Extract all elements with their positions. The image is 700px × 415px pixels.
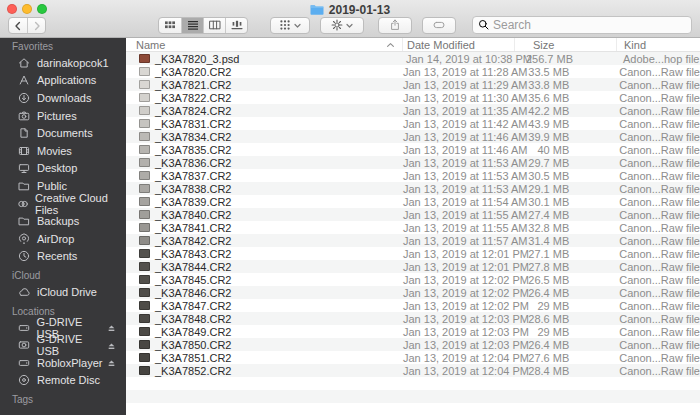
column-header-size[interactable]: Size (514, 38, 616, 51)
sidebar-item-desktop[interactable]: Desktop (0, 160, 126, 178)
file-row[interactable]: _K3A7834.CR2 Jan 13, 2019 at 11:46 AM 39… (126, 130, 700, 143)
drive-icon (17, 322, 31, 334)
home-icon (17, 57, 31, 69)
file-thumbnail-icon (139, 223, 150, 232)
file-row[interactable]: _K3A7849.CR2 Jan 13, 2019 at 12:03 PM 29… (126, 325, 700, 338)
column-view-button[interactable] (203, 18, 225, 33)
coverflow-view-button[interactable] (225, 18, 247, 33)
eject-button[interactable] (106, 322, 117, 333)
file-list-panel: Name Date Modified Size Kind _K3A7820_3.… (126, 38, 700, 415)
file-rows: _K3A7820_3.psd Jan 14, 2019 at 10:38 PM … (126, 52, 700, 415)
group-button[interactable] (270, 17, 310, 34)
eject-button[interactable] (106, 340, 117, 351)
column-header-date-modified[interactable]: Date Modified (402, 38, 514, 51)
file-row[interactable]: _K3A7821.CR2 Jan 13, 2019 at 11:29 AM 33… (126, 78, 700, 91)
file-thumbnail-icon (139, 275, 150, 284)
sidebar-item-applications[interactable]: Applications (0, 72, 126, 90)
sidebar-item-icloud-drive[interactable]: iCloud Drive (0, 283, 126, 301)
file-row[interactable]: _K3A7835.CR2 Jan 13, 2019 at 11:46 AM 40… (126, 143, 700, 156)
column-header-kind[interactable]: Kind (616, 38, 700, 51)
file-row[interactable]: _K3A7844.CR2 Jan 13, 2019 at 12:01 PM 27… (126, 260, 700, 273)
file-row[interactable]: _K3A7837.CR2 Jan 13, 2019 at 11:53 AM 30… (126, 169, 700, 182)
file-row[interactable]: _K3A7846.CR2 Jan 13, 2019 at 12:02 PM 26… (126, 286, 700, 299)
sidebar-item-downloads[interactable]: Downloads (0, 89, 126, 107)
view-mode-switcher (158, 17, 248, 34)
file-row[interactable]: _K3A7841.CR2 Jan 13, 2019 at 11:55 AM 32… (126, 221, 700, 234)
file-row[interactable]: _K3A7836.CR2 Jan 13, 2019 at 11:53 AM 29… (126, 156, 700, 169)
gear-icon (331, 17, 343, 35)
chevron-down-icon (294, 23, 301, 29)
file-thumbnail-icon (139, 236, 150, 245)
list-view-button[interactable] (181, 18, 203, 33)
file-row[interactable]: _K3A7820.CR2 Jan 13, 2019 at 11:28 AM 33… (126, 65, 700, 78)
action-menu-button[interactable] (320, 17, 364, 34)
search-field (472, 16, 692, 34)
icon-view-button[interactable] (159, 18, 181, 33)
sidebar-item-movies[interactable]: Movies (0, 142, 126, 160)
window-title-area: 2019-01-13 (120, 2, 580, 17)
file-row[interactable]: _K3A7851.CR2 Jan 13, 2019 at 12:04 PM 27… (126, 351, 700, 364)
file-row[interactable]: _K3A7845.CR2 Jan 13, 2019 at 12:02 PM 26… (126, 273, 700, 286)
file-thumbnail-icon (139, 210, 150, 219)
file-thumbnail-icon (139, 249, 150, 258)
airdrop-icon (17, 233, 31, 245)
file-row[interactable]: _K3A7822.CR2 Jan 13, 2019 at 11:30 AM 35… (126, 91, 700, 104)
tag-icon (433, 17, 445, 35)
sort-ascending-icon (386, 41, 395, 49)
file-row[interactable]: _K3A7850.CR2 Jan 13, 2019 at 12:03 PM 26… (126, 338, 700, 351)
file-thumbnail-icon (139, 54, 150, 63)
sidebar-item-darinakopcok1[interactable]: darinakopcok1 (0, 54, 126, 72)
file-thumbnail-icon (139, 158, 150, 167)
file-thumbnail-icon (139, 132, 150, 141)
minimize-button[interactable] (22, 4, 32, 14)
sidebar-item-documents[interactable]: Documents (0, 124, 126, 142)
file-thumbnail-icon (139, 327, 150, 336)
file-row[interactable]: _K3A7842.CR2 Jan 13, 2019 at 11:57 AM 31… (126, 234, 700, 247)
file-thumbnail-icon (139, 366, 150, 375)
file-row[interactable]: _K3A7831.CR2 Jan 13, 2019 at 11:42 AM 43… (126, 117, 700, 130)
eject-button[interactable] (106, 357, 117, 368)
sidebar-item-g-drive-usb[interactable]: G-DRIVE USB (0, 336, 126, 354)
close-button[interactable] (7, 4, 17, 14)
sidebar-item-remote-disc[interactable]: Remote Disc (0, 372, 126, 390)
file-row[interactable]: _K3A7840.CR2 Jan 13, 2019 at 11:55 AM 27… (126, 208, 700, 221)
icon-view-icon (164, 17, 176, 34)
cloud-icon (17, 286, 31, 298)
pictures-icon (17, 110, 31, 122)
empty-row (126, 403, 700, 415)
file-row[interactable]: _K3A7824.CR2 Jan 13, 2019 at 11:35 AM 42… (126, 104, 700, 117)
back-button[interactable] (9, 18, 27, 33)
timemachine-drive-icon (17, 339, 31, 351)
list-view-icon (187, 17, 199, 34)
sidebar-item-recents[interactable]: Recents (0, 248, 126, 266)
file-thumbnail-icon (139, 119, 150, 128)
file-thumbnail-icon (139, 67, 150, 76)
file-row[interactable]: _K3A7847.CR2 Jan 13, 2019 at 12:02 PM 29… (126, 299, 700, 312)
file-row[interactable]: _K3A7852.CR2 Jan 13, 2019 at 12:04 PM 28… (126, 364, 700, 377)
file-row[interactable]: _K3A7843.CR2 Jan 13, 2019 at 12:01 PM 27… (126, 247, 700, 260)
sidebar-item-airdrop[interactable]: AirDrop (0, 230, 126, 248)
empty-row (126, 377, 700, 390)
search-input[interactable] (493, 18, 686, 32)
sidebar-item-creative-cloud-files[interactable]: Creative Cloud Files (0, 195, 126, 213)
sidebar-section-header: iCloud (0, 269, 126, 283)
file-thumbnail-icon (139, 314, 150, 323)
column-view-icon (209, 17, 221, 34)
zoom-button[interactable] (37, 4, 47, 14)
file-thumbnail-icon (139, 145, 150, 154)
file-row[interactable]: _K3A7839.CR2 Jan 13, 2019 at 11:54 AM 30… (126, 195, 700, 208)
file-thumbnail-icon (139, 184, 150, 193)
file-row[interactable]: _K3A7848.CR2 Jan 13, 2019 at 12:03 PM 28… (126, 312, 700, 325)
column-header-name[interactable]: Name (126, 38, 402, 51)
file-row[interactable]: _K3A7838.CR2 Jan 13, 2019 at 11:53 AM 29… (126, 182, 700, 195)
tag-button[interactable] (422, 17, 456, 34)
sidebar-item-robloxplayer[interactable]: RobloxPlayer (0, 354, 126, 372)
sidebar-item-pictures[interactable]: Pictures (0, 107, 126, 125)
navigation-buttons (8, 17, 46, 34)
disc-icon (17, 374, 31, 386)
file-row[interactable]: _K3A7820_3.psd Jan 14, 2019 at 10:38 PM … (126, 52, 700, 65)
recents-icon (17, 250, 31, 262)
share-button[interactable] (378, 17, 412, 34)
forward-button[interactable] (27, 18, 45, 33)
coverflow-view-icon (231, 17, 243, 34)
